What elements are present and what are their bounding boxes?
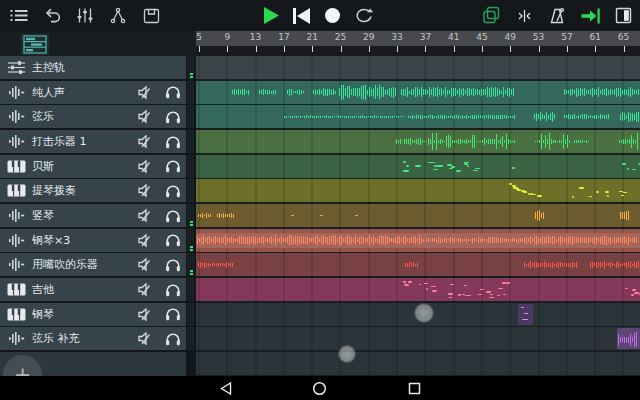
track-name: 钢琴×3 <box>32 233 132 248</box>
song-structure-icon[interactable] <box>107 4 129 28</box>
waveform-segment <box>564 105 610 128</box>
midi-note <box>404 284 408 286</box>
mute-button[interactable] <box>132 134 159 149</box>
track-lane[interactable] <box>196 179 640 202</box>
mute-button[interactable] <box>132 183 159 198</box>
piano-track-icon <box>0 308 32 321</box>
duplicate-toggle[interactable] <box>480 4 502 28</box>
track-row[interactable]: 主控轨 <box>0 56 186 79</box>
track-row[interactable]: 吉他 <box>0 278 186 301</box>
menu-icon[interactable] <box>8 4 30 28</box>
mixer-icon[interactable] <box>74 4 96 28</box>
solo-headphones-button[interactable] <box>159 209 186 223</box>
track-level-meter <box>187 303 194 326</box>
midi-note <box>631 294 633 296</box>
solo-headphones-button[interactable] <box>159 233 186 247</box>
pattern-clip[interactable] <box>518 304 533 325</box>
midi-note <box>605 191 609 193</box>
ruler-bar-number: 65 <box>618 32 629 42</box>
track-name: 主控轨 <box>32 60 186 75</box>
track-lane[interactable] <box>196 253 640 276</box>
midi-note <box>632 169 636 171</box>
wave-track-icon <box>0 85 32 100</box>
metronome-icon[interactable] <box>546 4 568 28</box>
waveform-segment <box>396 130 516 153</box>
track-name: 贝斯 <box>32 159 132 174</box>
track-lane[interactable] <box>196 229 640 252</box>
track-lane[interactable] <box>196 105 640 128</box>
midi-note <box>450 284 454 286</box>
waveform-segment <box>590 253 640 276</box>
track-row[interactable]: 用嘴吹的乐器 <box>0 253 186 276</box>
mute-button[interactable] <box>132 307 159 322</box>
home-button[interactable] <box>311 380 327 396</box>
record-button[interactable] <box>321 4 343 28</box>
loop-button[interactable] <box>352 4 374 28</box>
ruler-bar-number: 57 <box>561 32 572 42</box>
android-nav-bar <box>0 376 640 400</box>
track-lane[interactable] <box>196 204 640 227</box>
mute-button[interactable] <box>132 233 159 248</box>
solo-headphones-button[interactable] <box>159 184 186 198</box>
tracks-view-button[interactable] <box>21 34 49 55</box>
track-lane[interactable] <box>196 130 640 153</box>
skip-to-start-button[interactable] <box>290 4 312 28</box>
track-level-meter <box>187 105 194 128</box>
track-row[interactable]: 弦乐 <box>0 105 186 128</box>
track-lane[interactable] <box>196 327 640 350</box>
side-panel-toggle[interactable] <box>612 4 634 28</box>
solo-headphones-button[interactable] <box>159 332 186 346</box>
pattern-clip[interactable] <box>617 328 640 349</box>
midi-note <box>447 164 452 166</box>
mute-button[interactable] <box>132 282 159 297</box>
follow-playhead-toggle[interactable] <box>579 4 601 28</box>
ruler-bar-number: 9 <box>224 32 230 42</box>
timeline-lanes[interactable] <box>196 56 640 376</box>
track-row[interactable]: 纯人声 <box>0 81 186 104</box>
top-toolbar <box>0 0 640 31</box>
play-button[interactable] <box>259 4 281 28</box>
timeline-ruler[interactable]: 591317212529333741454953576165 <box>196 31 640 46</box>
track-row[interactable]: 钢琴 <box>0 303 186 326</box>
track-row[interactable]: 竖琴 <box>0 204 186 227</box>
mute-button[interactable] <box>132 159 159 174</box>
waveform-segment <box>535 204 545 227</box>
track-row[interactable]: 弦乐 补充 <box>0 327 186 350</box>
waveform-segment <box>401 81 516 104</box>
save-icon[interactable] <box>140 4 162 28</box>
mute-button[interactable] <box>132 331 159 346</box>
wave-track-icon <box>0 109 32 124</box>
solo-headphones-button[interactable] <box>159 307 186 321</box>
track-lane[interactable] <box>196 81 640 104</box>
waveform-segment <box>259 81 277 104</box>
track-level-meter <box>187 253 194 276</box>
track-row[interactable]: 打击乐器 1 <box>0 130 186 153</box>
waveform-segment <box>232 81 250 104</box>
track-row[interactable]: 提琴拨奏 <box>0 179 186 202</box>
meter-peak-dot <box>190 221 193 223</box>
midi-note <box>512 167 515 169</box>
back-button[interactable] <box>218 380 234 396</box>
solo-headphones-button[interactable] <box>159 110 186 124</box>
snap-icon[interactable] <box>513 4 535 28</box>
ruler-tick <box>567 46 568 52</box>
mute-button[interactable] <box>132 208 159 223</box>
track-row[interactable]: 钢琴×3 <box>0 229 186 252</box>
solo-headphones-button[interactable] <box>159 85 186 99</box>
mute-button[interactable] <box>132 257 159 272</box>
recents-button[interactable] <box>406 380 422 396</box>
track-lane[interactable] <box>196 56 640 79</box>
waveform-segment <box>197 229 426 252</box>
solo-headphones-button[interactable] <box>159 258 186 272</box>
solo-headphones-button[interactable] <box>159 159 186 173</box>
solo-headphones-button[interactable] <box>159 283 186 297</box>
solo-headphones-button[interactable] <box>159 135 186 149</box>
undo-icon[interactable] <box>41 4 63 28</box>
track-lane[interactable] <box>196 278 640 301</box>
track-row[interactable]: 贝斯 <box>0 155 186 178</box>
mute-button[interactable] <box>132 85 159 100</box>
track-lane[interactable] <box>196 155 640 178</box>
mute-button[interactable] <box>132 109 159 124</box>
track-level-meter <box>187 81 194 104</box>
ruler-tick <box>397 46 398 52</box>
